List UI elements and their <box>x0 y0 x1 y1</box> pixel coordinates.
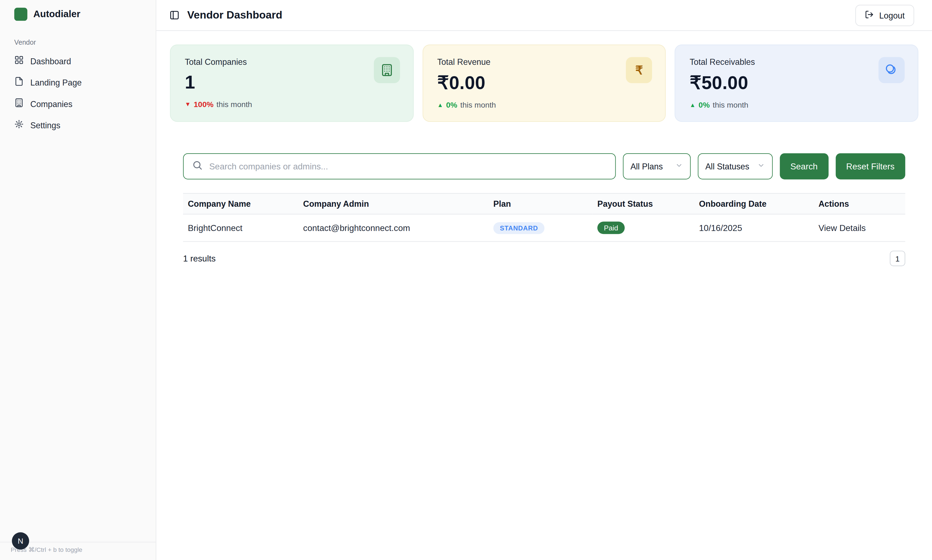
logout-label: Logout <box>879 10 904 20</box>
building-icon <box>14 98 24 109</box>
plan-select[interactable]: All Plans <box>623 153 690 180</box>
coins-icon <box>879 57 905 83</box>
grid-icon <box>14 55 24 66</box>
trend-down-icon: ▼ <box>185 101 191 108</box>
column-header-payout-status: Payout Status <box>593 193 694 214</box>
building-icon <box>374 57 400 83</box>
app-logo <box>14 8 27 21</box>
trend-suffix: this month <box>460 100 496 109</box>
status-select-value: All Statuses <box>705 162 749 171</box>
logout-button[interactable]: Logout <box>855 5 914 26</box>
logout-icon <box>865 10 874 20</box>
sidebar-footer: N Press ⌘/Ctrl + b to toggle <box>0 542 156 560</box>
avatar[interactable]: N <box>12 532 29 549</box>
column-header-plan: Plan <box>488 193 593 214</box>
payout-status-badge: Paid <box>597 222 625 234</box>
stat-value: ₹50.00 <box>690 72 903 94</box>
chevron-down-icon <box>675 162 682 171</box>
stat-value: ₹0.00 <box>438 72 651 94</box>
search-input[interactable] <box>209 162 607 171</box>
status-select[interactable]: All Statuses <box>698 153 773 180</box>
sidebar-item-dashboard[interactable]: Dashboard <box>7 51 148 71</box>
file-icon <box>14 77 24 88</box>
pagination-page-1[interactable]: 1 <box>890 251 905 266</box>
stat-trend: ▼ 100% this month <box>185 100 398 109</box>
trend-suffix: this month <box>216 100 252 109</box>
column-header-company-name: Company Name <box>183 193 299 214</box>
sidebar-item-label: Companies <box>30 99 72 108</box>
search-box <box>183 153 616 180</box>
stat-value: 1 <box>185 72 398 94</box>
stat-card-total-receivables: Total Receivables ₹50.00 ▲ 0% this month <box>675 45 918 122</box>
cell-actions: View Details <box>814 214 905 242</box>
stat-trend: ▲ 0% this month <box>438 100 651 109</box>
page-title: Vendor Dashboard <box>187 9 282 22</box>
plan-select-value: All Plans <box>630 162 663 171</box>
gear-icon <box>14 119 24 131</box>
results-count: 1 results <box>183 254 216 263</box>
table-header-row: Company Name Company Admin Plan Payout S… <box>183 193 905 214</box>
search-icon <box>192 160 203 173</box>
table-row: BrightConnect contact@brightconnect.com … <box>183 214 905 242</box>
rupee-icon: ₹ <box>626 57 652 83</box>
table-footer: 1 results 1 <box>183 251 905 266</box>
view-details-link[interactable]: View Details <box>818 223 866 232</box>
sidebar-header: Autodialer <box>0 0 156 26</box>
search-button[interactable]: Search <box>779 153 829 180</box>
sidebar-nav: Dashboard Landing Page Companies <box>0 51 156 135</box>
sidebar-item-label: Settings <box>30 120 60 130</box>
column-header-actions: Actions <box>814 193 905 214</box>
sidebar: Autodialer Vendor Dashboard La <box>0 0 156 560</box>
stat-title: Total Receivables <box>690 57 903 66</box>
trend-suffix: this month <box>713 100 748 109</box>
column-header-company-admin: Company Admin <box>299 193 488 214</box>
main-content: Vendor Dashboard Logout Total Companies … <box>156 0 932 560</box>
stat-trend: ▲ 0% this month <box>690 100 903 109</box>
plan-badge: STANDARD <box>493 222 544 234</box>
trend-value: 0% <box>446 100 457 109</box>
vendor-dashboard-screen: Autodialer Vendor Dashboard La <box>0 0 932 560</box>
reset-filters-button[interactable]: Reset Filters <box>835 153 905 180</box>
sidebar-item-label: Landing Page <box>30 78 82 87</box>
sidebar-toggle-icon[interactable] <box>169 10 180 20</box>
sidebar-item-landing-page[interactable]: Landing Page <box>7 72 148 92</box>
cell-onboarding-date: 10/16/2025 <box>694 214 814 242</box>
filter-bar: All Plans All Statuses Search Reset Filt… <box>183 153 905 180</box>
cell-company-admin: contact@brightconnect.com <box>299 214 488 242</box>
stat-card-total-companies: Total Companies 1 ▼ 100% this month <box>170 45 414 122</box>
sidebar-item-companies[interactable]: Companies <box>7 93 148 114</box>
app-name: Autodialer <box>33 9 80 20</box>
sidebar-item-label: Dashboard <box>30 56 71 66</box>
trend-up-icon: ▲ <box>438 102 444 108</box>
stat-title: Total Revenue <box>438 57 651 66</box>
trend-value: 100% <box>194 100 214 109</box>
sidebar-item-settings[interactable]: Settings <box>7 115 148 135</box>
sidebar-section-label: Vendor <box>0 26 156 51</box>
stat-title: Total Companies <box>185 57 398 66</box>
stat-card-total-revenue: Total Revenue ₹0.00 ▲ 0% this month ₹ <box>422 45 666 122</box>
column-header-onboarding-date: Onboarding Date <box>694 193 814 214</box>
stat-cards: Total Companies 1 ▼ 100% this month Tota… <box>156 31 932 122</box>
topbar: Vendor Dashboard Logout <box>156 0 932 31</box>
trend-up-icon: ▲ <box>690 102 696 108</box>
cell-company-name: BrightConnect <box>183 214 299 242</box>
cell-plan: STANDARD <box>488 214 593 242</box>
trend-value: 0% <box>698 100 710 109</box>
companies-table: Company Name Company Admin Plan Payout S… <box>183 193 905 242</box>
chevron-down-icon <box>757 162 765 171</box>
cell-payout-status: Paid <box>593 214 694 242</box>
